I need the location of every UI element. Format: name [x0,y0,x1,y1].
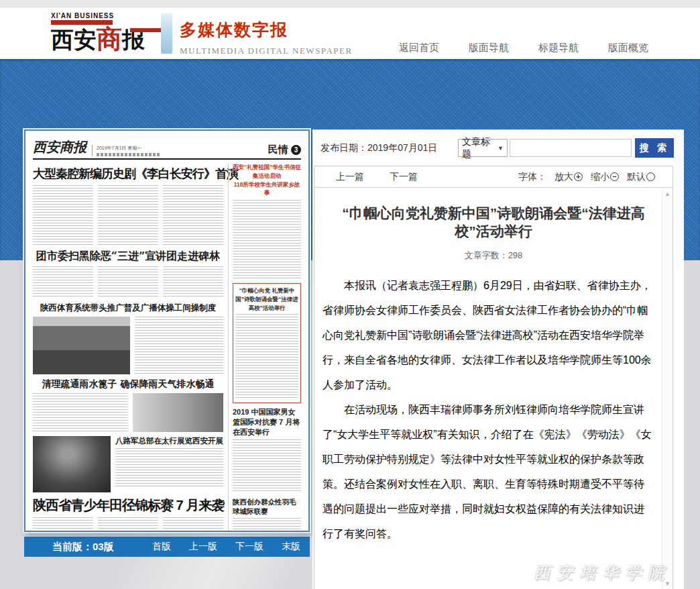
next-article-link[interactable]: 下一篇 [390,171,418,183]
nav-page-navigation-link[interactable]: 版面导航 [469,42,509,54]
nav-page-overview-link[interactable]: 版面概览 [608,42,648,54]
last-page-link[interactable]: 末版 [282,541,300,553]
empty-circle-icon [646,172,655,181]
site-title-en: MULTIMEDIA DIGITAL NEWSPAPER [180,46,353,56]
site-title-cn: 多媒体数字报 [180,19,353,41]
top-strip [0,0,700,7]
chevron-down-icon: ▼ [498,145,504,152]
logo-english-text: XI'AN BUSINESS [51,12,158,19]
article-paragraph: 本报讯（记者袁志强王程鹏）6月29日，由省妇联、省律协主办，省律师协会女律师工作… [323,273,652,397]
search-button[interactable]: 搜 索 [635,138,674,158]
search-category-value: 文章标题 [462,136,498,160]
paper-headline-basketball[interactable]: 2019 中国国家男女篮国际对抗赛 7 月将在西安举行 [233,407,301,437]
paper-section-name: 民情 [268,144,288,155]
paper-headline-letters[interactable]: 西安“礼赞祖国”学生书信征集活动启动 118所学校学生共讲家乡故事 [233,163,301,197]
paper-headline-badminton[interactable]: 陕西创办群众性羽毛球城际联赛 [233,497,301,516]
text-block [135,317,223,374]
paper-headline-sweep[interactable]: 团市委扫黑除恶“三进”宣讲团走进碑林 [33,250,223,264]
article-panel: 上一篇 下一篇 字体： 放大 + 缩小 − 默认 “巾帼心向党礼赞新中国”诗歌朗… [314,166,673,589]
scroll-up-arrow-icon[interactable]: ▲ [662,191,673,197]
header-divider-bar [161,13,172,54]
page-navigation-bar: 当前版：03版 首版 上一版 下一版 末版 [24,537,310,557]
page-links: 首版 上一版 下一版 末版 [152,541,300,553]
paper-date: 2019年7月1日 星期一 [97,145,161,152]
site-title: 多媒体数字报 MULTIMEDIA DIGITAL NEWSPAPER [180,19,353,56]
search-category-select[interactable]: 文章标题 ▼ [458,139,508,157]
logo-char-xian: 西安 [51,26,97,53]
paper-section-label: 民情 3 [268,144,301,156]
paper-headline-exhibition[interactable]: 八路军总部在太行展览西安开展 [115,436,223,446]
paper-page-number-badge: 3 [291,145,301,155]
paper-headline-opera[interactable]: 大型秦腔新编历史剧《李白长安行》首演 [33,166,223,182]
text-block [33,185,93,246]
photo-rain-drain [133,393,223,432]
logo-char-shang: 商 [97,23,122,54]
text-block [163,517,223,532]
font-label: 字体： [518,171,546,183]
previous-article-link[interactable]: 上一篇 [336,171,364,183]
default-label: 默认 [627,171,646,183]
article-paragraph: 在活动现场，陕西丰瑞律师事务所刘钰律师向培华学院师生宣讲了“女大学生平等就业权”… [323,397,652,546]
scroll-down-arrow-icon[interactable]: ▼ [662,580,673,587]
font-size-controls: 字体： 放大 + 缩小 − 默认 [518,171,655,183]
text-block [235,314,298,400]
newspaper-logo[interactable]: XI'AN BUSINESS 西安商报 [51,12,158,52]
photo-exhibition [33,436,111,492]
text-block [115,448,223,487]
article-body: 本报讯（记者袁志强王程鹏）6月29日，由省妇联、省律协主办，省律师协会女律师工作… [323,273,652,546]
selected-article-headline[interactable]: “巾帼心向党 礼赞新中国”诗歌朗诵会暨“法律进高校”活动举行 [235,286,298,312]
site-header: XI'AN BUSINESS 西安商报 多媒体数字报 MULTIMEDIA DI… [0,8,700,59]
minus-circle-icon: − [610,172,619,181]
publish-date: 发布日期：2019年07月01日 [320,142,437,154]
font-default-button[interactable]: 默认 [627,171,655,183]
font-zoom-in-button[interactable]: 放大 + [555,171,583,183]
text-block [98,517,158,532]
text-block [98,185,158,246]
nav-headline-navigation-link[interactable]: 标题导航 [538,42,579,54]
previous-page-link[interactable]: 上一版 [189,541,217,553]
zoom-out-label: 缩小 [591,171,609,183]
text-block [33,266,93,299]
paper-right-column: 西安“礼赞祖国”学生书信征集活动启动 118所学校学生共讲家乡故事 “巾帼心向党… [228,163,301,532]
selected-article-box[interactable]: “巾帼心向党 礼赞新中国”诗歌朗诵会暨“法律进高校”活动举行 [233,283,301,403]
text-block [233,518,301,532]
next-page-link[interactable]: 下一版 [235,541,264,553]
paper-headline-athletics[interactable]: 陕西省青少年田径锦标赛 7 月来袭 [33,496,223,515]
publish-search-row: 发布日期：2019年07月01日 文章标题 ▼ 搜 索 [320,138,684,159]
text-block [33,517,93,532]
paper-left-columns: 大型秦腔新编历史剧《李白长安行》首演 团市委扫黑除恶“三进”宣讲团走进碑林 陕西… [33,163,223,532]
paper-masthead-logo: 西安商报 [33,138,86,156]
article-scrollbar[interactable]: ▲ ▼ [662,189,673,589]
header-nav: 返回首页 版面导航 标题导航 版面概览 [399,42,648,54]
paper-date-detail-blur [97,153,161,156]
newspaper-page-thumbnail[interactable]: 西安商报 2019年7月1日 星期一 民情 3 大型秦腔新编历史剧《李白长安行》… [24,129,310,532]
text-block [163,185,223,246]
nav-home-link[interactable]: 返回首页 [399,42,439,54]
text-block [163,266,223,299]
article-title: “巾帼心向党礼赞新中国”诗歌朗诵会暨“法律进高校”活动举行 [337,204,650,241]
font-zoom-out-button[interactable]: 缩小 − [591,171,619,183]
zoom-in-label: 放大 [555,171,573,183]
photo-exercise [33,317,130,374]
text-block [233,200,301,279]
paper-column: 西安商报 2019年7月1日 星期一 民情 3 大型秦腔新编历史剧《李白长安行》… [24,129,310,557]
article-toolbar: 上一篇 下一篇 字体： 放大 + 缩小 − 默认 [314,166,673,188]
article-wordcount: 文章字数：298 [314,250,673,262]
paper-date-block: 2019年7月1日 星期一 [92,145,161,156]
plus-circle-icon: + [574,172,583,181]
search-input[interactable] [510,139,632,157]
paper-headline-drainage[interactable]: 清理疏通雨水篦子 确保降雨天气排水畅通 [33,378,223,390]
text-block [33,393,128,432]
paper-headline-sports-system[interactable]: 陕西体育系统带头推广普及广播体操工间操制度 [33,303,223,314]
text-block [98,266,158,299]
logo-chinese-text: 西安商报 [51,25,158,52]
current-page-label: 当前版：03版 [52,541,114,553]
paper-masthead: 西安商报 2019年7月1日 星期一 民情 3 [33,137,301,160]
text-block [233,439,301,493]
first-page-link[interactable]: 首版 [152,541,171,553]
